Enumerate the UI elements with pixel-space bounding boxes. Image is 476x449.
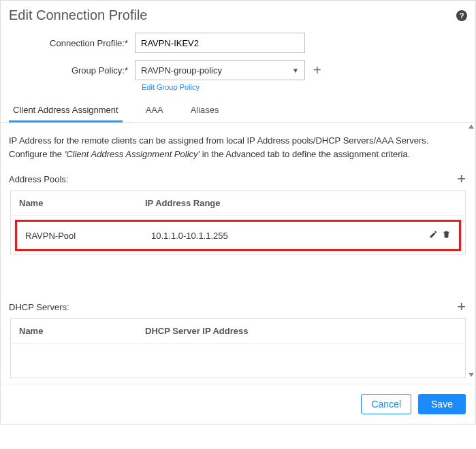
dhcp-columns: Name DHCP Server IP Address [11,319,465,344]
dialog-footer: Cancel Save [1,384,475,424]
connection-profile-label: Connection Profile:* [9,38,135,48]
col-range: IP Address Range [137,191,411,215]
edit-connection-profile-dialog: Edit Connection Profile ? Connection Pro… [0,0,476,425]
description-text: IP Address for the remote clients can be… [1,129,475,167]
add-address-pool-icon[interactable]: + [457,171,466,186]
delete-icon[interactable] [442,230,451,241]
dhcp-servers-table: Name DHCP Server IP Address [10,318,466,378]
group-policy-row: Group Policy:* RAVPN-group-policy ▼ + [9,60,467,80]
help-icon[interactable]: ? [456,10,467,21]
tab-content: IP Address for the remote clients can be… [1,123,475,378]
save-button[interactable]: Save [418,394,466,414]
dhcp-servers-label: DHCP Servers: [9,302,69,312]
address-pools-table: Name IP Address Range RAVPN-Pool 10.1.1.… [10,190,466,254]
form-area: Connection Profile:* Group Policy:* RAVP… [1,29,475,91]
tab-aaa[interactable]: AAA [142,98,168,122]
tab-aliases[interactable]: Aliases [187,98,223,122]
address-pools-label: Address Pools: [9,174,68,184]
dialog-title: Edit Connection Profile [9,7,147,23]
edit-icon[interactable] [429,230,438,241]
add-dhcp-server-icon[interactable]: + [457,299,466,314]
tab-client-address-assignment[interactable]: Client Address Assignment [9,98,123,122]
group-policy-select[interactable]: RAVPN-group-policy ▼ [135,60,305,80]
dhcp-servers-header: DHCP Servers: + [1,295,475,318]
group-policy-label: Group Policy:* [9,65,135,76]
pool-range: 10.1.1.0-10.1.1.255 [143,224,404,248]
dialog-header: Edit Connection Profile ? [1,1,475,29]
col-name: Name [11,191,137,215]
connection-profile-row: Connection Profile:* [9,33,467,53]
add-group-policy-icon[interactable]: + [313,63,321,77]
group-policy-value: RAVPN-group-policy [141,65,222,76]
col-ip: DHCP Server IP Address [137,319,411,343]
connection-profile-input[interactable] [135,33,305,53]
dhcp-rows-empty [11,344,465,378]
pool-name: RAVPN-Pool [17,224,143,248]
address-pools-header: Address Pools: + [1,167,475,190]
chevron-down-icon: ▼ [292,67,299,74]
address-pool-row-highlighted: RAVPN-Pool 10.1.1.0-10.1.1.255 [15,220,461,251]
table-row[interactable]: RAVPN-Pool 10.1.1.0-10.1.1.255 [17,223,459,248]
cancel-button[interactable]: Cancel [361,394,411,414]
col-name: Name [11,319,137,343]
edit-group-policy-link[interactable]: Edit Group Policy [142,83,467,91]
tab-bar: Client Address Assignment AAA Aliases [1,98,475,123]
address-pools-columns: Name IP Address Range [11,191,465,216]
